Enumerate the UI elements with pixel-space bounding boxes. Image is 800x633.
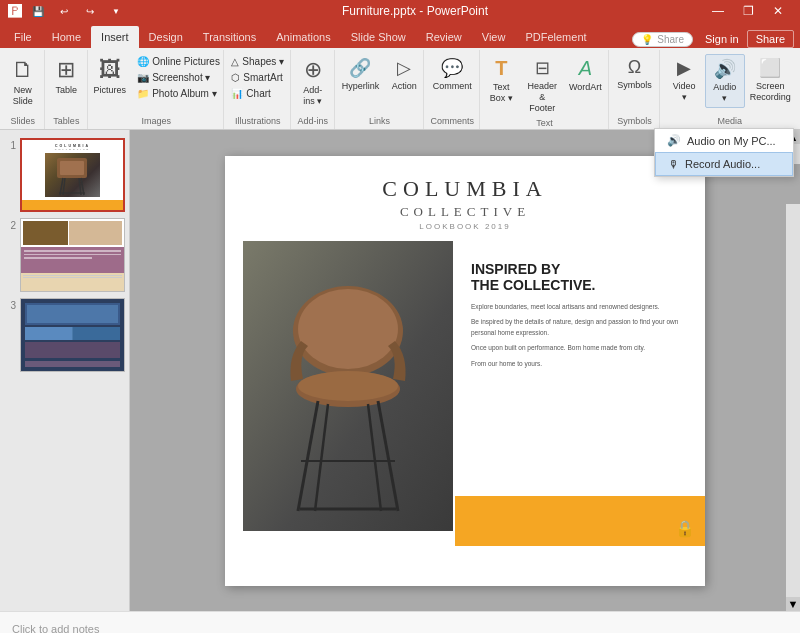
ribbon-group-addins: ⊕ Add-ins ▾ Add-ins xyxy=(292,50,335,129)
ribbon-tabs-right: 💡 Share Sign in Share xyxy=(628,30,800,48)
links-group-label: Links xyxy=(369,116,390,129)
slides-panel: 1 COLUMBIA COLLECTIVE xyxy=(0,130,130,611)
online-pictures-button[interactable]: 🌐 Online Pictures xyxy=(133,54,224,69)
shapes-icon: △ xyxy=(231,56,239,67)
photo-album-button[interactable]: 📁 Photo Album ▾ xyxy=(133,86,224,101)
qat-redo[interactable]: ↪ xyxy=(80,2,100,20)
body-4: From our home to yours. xyxy=(471,359,693,369)
tab-view[interactable]: View xyxy=(472,26,516,48)
slide-thumb-1[interactable]: 1 COLUMBIA COLLECTIVE xyxy=(4,138,125,212)
ribbon-group-text: T TextBox ▾ ⊟ Header& Footer A WordArt T… xyxy=(481,50,609,129)
symbols-icon: Ω xyxy=(628,57,641,78)
table-button[interactable]: ⊞ Table xyxy=(48,54,84,99)
slide-num-2: 2 xyxy=(4,220,16,231)
tell-me-box[interactable]: 💡 Share xyxy=(632,32,693,47)
tab-file[interactable]: File xyxy=(4,26,42,48)
images-group-label: Images xyxy=(142,116,172,129)
qat-undo[interactable]: ↩ xyxy=(54,2,74,20)
audio-on-my-pc-item[interactable]: 🔊 Audio on My PC... xyxy=(655,129,793,152)
header-footer-button[interactable]: ⊟ Header& Footer xyxy=(521,54,563,116)
header-footer-icon: ⊟ xyxy=(535,57,550,79)
ribbon-group-media: ▶ Video ▾ 🔊 Audio ▾ ⬜ ScreenRecording Me… xyxy=(661,50,798,129)
svg-rect-1 xyxy=(60,161,84,175)
action-button[interactable]: ▷ Action xyxy=(386,54,422,95)
new-slide-icon: 🗋 xyxy=(12,57,34,83)
wordart-icon: A xyxy=(579,57,592,80)
audio-dropdown: 🔊 Audio on My PC... 🎙 Record Audio... xyxy=(654,128,794,177)
screen-recording-icon: ⬜ xyxy=(759,57,781,79)
slide-thumb-3[interactable]: 3 xyxy=(4,298,125,372)
body-2: Be inspired by the details of nature, de… xyxy=(471,317,693,338)
illustrations-group-label: Illustrations xyxy=(235,116,281,129)
tab-review[interactable]: Review xyxy=(416,26,472,48)
tab-transitions[interactable]: Transitions xyxy=(193,26,266,48)
record-audio-icon: 🎙 xyxy=(668,158,679,170)
vertical-scrollbar[interactable]: ▲ ▼ xyxy=(786,130,800,611)
body-1: Explore boundaries, meet local artisans … xyxy=(471,302,693,312)
close-button[interactable]: ✕ xyxy=(764,2,792,20)
ribbon-group-links: 🔗 Hyperlink ▷ Action Links xyxy=(336,50,425,129)
chart-button[interactable]: 📊 Chart xyxy=(227,86,288,101)
slide-thumb-2[interactable]: 2 xyxy=(4,218,125,292)
audio-pc-icon: 🔊 xyxy=(667,134,681,147)
action-icon: ▷ xyxy=(397,57,411,79)
screenshot-button[interactable]: 📷 Screenshot ▾ xyxy=(133,70,224,85)
tab-pdfelement[interactable]: PDFelement xyxy=(515,26,596,48)
addins-button[interactable]: ⊕ Add-ins ▾ xyxy=(295,54,331,110)
slide-image-2 xyxy=(20,218,125,292)
slide-sub-title: COLLECTIVE xyxy=(225,204,705,220)
screen-recording-button[interactable]: ⬜ ScreenRecording xyxy=(747,54,794,106)
tab-home[interactable]: Home xyxy=(42,26,91,48)
online-pictures-icon: 🌐 xyxy=(137,56,149,67)
textbox-button[interactable]: T TextBox ▾ xyxy=(483,54,519,107)
shapes-button[interactable]: △ Shapes ▾ xyxy=(227,54,288,69)
ribbon-group-comments: 💬 Comment Comments xyxy=(425,50,480,129)
tab-design[interactable]: Design xyxy=(139,26,193,48)
tab-insert[interactable]: Insert xyxy=(91,26,139,48)
app-title: Furniture.pptx - PowerPoint xyxy=(126,4,704,18)
symbols-group-label: Symbols xyxy=(617,116,652,129)
tab-slideshow[interactable]: Slide Show xyxy=(341,26,416,48)
ribbon-group-slides: 🗋 NewSlide Slides xyxy=(2,50,45,129)
sign-in-button[interactable]: Sign in xyxy=(705,33,739,45)
app-logo: 🅿 xyxy=(8,3,22,19)
svg-point-11 xyxy=(298,371,398,401)
ribbon-group-tables: ⊞ Table Tables xyxy=(46,50,89,129)
qat-save[interactable]: 💾 xyxy=(28,2,48,20)
tab-animations[interactable]: Animations xyxy=(266,26,340,48)
maximize-button[interactable]: ❐ xyxy=(734,2,762,20)
share-button[interactable]: Share xyxy=(747,30,794,48)
slide-num-3: 3 xyxy=(4,300,16,311)
addins-icon: ⊕ xyxy=(304,57,322,83)
comment-button[interactable]: 💬 Comment xyxy=(428,54,477,95)
record-audio-item[interactable]: 🎙 Record Audio... xyxy=(655,152,793,176)
inspired-title: INSPIRED BYTHE COLLECTIVE. xyxy=(471,261,693,295)
symbols-button[interactable]: Ω Symbols xyxy=(612,54,657,94)
audio-button[interactable]: 🔊 Audio ▾ xyxy=(705,54,745,108)
screenshot-icon: 📷 xyxy=(137,72,149,83)
body-3: Once upon built on performance. Born hom… xyxy=(471,343,693,353)
lightbulb-icon: 💡 xyxy=(641,34,653,45)
new-slide-button[interactable]: 🗋 NewSlide xyxy=(5,54,41,110)
chart-icon: 📊 xyxy=(231,88,243,99)
slide-header: COLUMBIA COLLECTIVE LOOKBOOK 2019 xyxy=(225,156,705,231)
slides-group-label: Slides xyxy=(11,116,36,129)
svg-point-9 xyxy=(298,289,398,369)
slide-image-3 xyxy=(20,298,125,372)
tables-group-label: Tables xyxy=(53,116,79,129)
ribbon-group-symbols: Ω Symbols Symbols xyxy=(610,50,661,129)
slide-year: LOOKBOOK 2019 xyxy=(225,222,705,231)
smartart-button[interactable]: ⬡ SmartArt xyxy=(227,70,288,85)
title-bar-left: 🅿 💾 ↩ ↪ ▼ xyxy=(8,2,126,20)
slide-area: COLUMBIA COLLECTIVE LOOKBOOK 2019 xyxy=(130,130,800,611)
qat-more[interactable]: ▼ xyxy=(106,2,126,20)
video-icon: ▶ xyxy=(677,57,691,79)
minimize-button[interactable]: — xyxy=(704,2,732,20)
video-button[interactable]: ▶ Video ▾ xyxy=(665,54,703,106)
addins-group-label: Add-ins xyxy=(298,116,329,129)
wordart-button[interactable]: A WordArt xyxy=(565,54,605,96)
hyperlink-button[interactable]: 🔗 Hyperlink xyxy=(337,54,385,95)
notes-area[interactable]: Click to add notes xyxy=(0,611,800,633)
pictures-button[interactable]: 🖼 Pictures xyxy=(89,54,132,99)
slide-body: INSPIRED BYTHE COLLECTIVE. Explore bound… xyxy=(225,241,705,546)
